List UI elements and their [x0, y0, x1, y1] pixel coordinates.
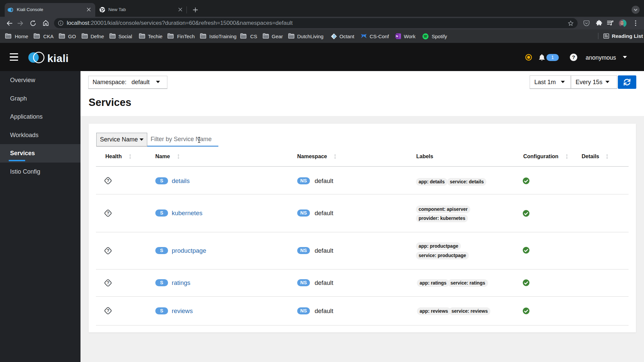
- svg-text:?: ?: [107, 308, 109, 313]
- svg-text:N: N: [396, 35, 398, 38]
- svg-text:?: ?: [107, 248, 109, 253]
- svg-text:?: ?: [107, 178, 109, 183]
- svg-text:?: ?: [107, 281, 109, 285]
- svg-text:?: ?: [572, 54, 575, 60]
- svg-text:?: ?: [107, 211, 109, 216]
